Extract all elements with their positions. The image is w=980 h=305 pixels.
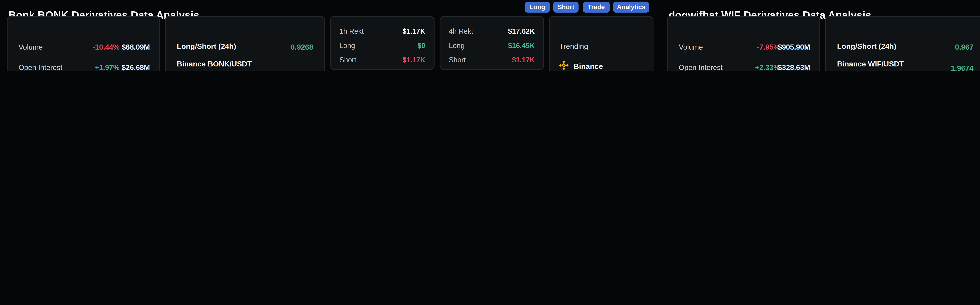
- ratio-row: Binance WIF/USDT Long/Short Ratio(Accoun…: [837, 60, 974, 71]
- stat-value: $905.90M: [778, 43, 810, 51]
- trending-item-binance[interactable]: Binance: [559, 60, 603, 71]
- rekt-short-value: $1.17K: [402, 56, 425, 64]
- rekt-long-label: Long: [449, 41, 465, 50]
- stat-change: -7.95%: [757, 43, 780, 51]
- ratio-sub: Long/Short Ratio(Accounts): [177, 70, 313, 71]
- binance-icon: [559, 62, 568, 71]
- trending-item-label: Binance: [573, 62, 603, 70]
- rekt-short-label: Short: [449, 56, 466, 64]
- rekt-total: $1.17K: [402, 27, 425, 35]
- rekt-label: 1h Rekt: [339, 27, 364, 35]
- stat-row-volume: Volume -10.44% $68.09M: [19, 43, 150, 52]
- app-stage: Bonk BONK Derivatives Data Analysis Long…: [0, 0, 980, 71]
- rekt-short-value: $1.17K: [512, 56, 535, 64]
- rekt-card-4h: 4h Rekt$17.62K Long$16.45K Short$1.17K: [440, 16, 544, 70]
- trending-card: Trending Binance OKX BYBIT Bybit: [549, 16, 653, 71]
- stat-row-open-interest: Open Interest +2.33% $328.63M: [679, 63, 810, 71]
- ratio-title: Long/Short (24h): [837, 42, 974, 51]
- rekt-short-label: Short: [339, 56, 356, 64]
- ratio-value: 0.9268: [291, 43, 313, 51]
- header-actions: Long Short Trade Analytics: [660, 1, 980, 13]
- trending-title: Trending: [559, 42, 588, 51]
- stat-row-volume: Volume -7.95% $905.90M: [679, 43, 810, 52]
- long-short-card: Long/Short (24h) 0.967 Binance WIF/USDT …: [826, 16, 980, 71]
- stat-change: +2.33%: [755, 63, 780, 71]
- rekt-card-1h: 1h Rekt$1.17K Long$0 Short$1.17K: [330, 16, 434, 70]
- stats-card: Volume -7.95% $905.90M Open Interest +2.…: [667, 16, 820, 71]
- derivatives-panel: dogwifhat WIF Derivatives Data Analysis …: [660, 0, 980, 71]
- ratio-title: Binance BONK/USDT: [177, 60, 313, 68]
- long-button[interactable]: Long: [525, 2, 550, 13]
- ratio-value: 1.9674: [951, 64, 974, 71]
- ratio-value: 0.967: [955, 43, 974, 51]
- stat-value: $26.68M: [122, 63, 150, 71]
- rekt-long-label: Long: [339, 41, 355, 50]
- rekt-label: 4h Rekt: [449, 27, 473, 35]
- stat-change: -10.44%: [93, 43, 120, 51]
- stat-row-open-interest: Open Interest +1.97% $26.68M: [19, 63, 150, 71]
- stat-label: Open Interest: [19, 63, 62, 71]
- ratio-row: Long/Short (24h) 0.967: [837, 42, 974, 52]
- stats-card: Volume -10.44% $68.09M Open Interest +1.…: [7, 16, 160, 71]
- rekt-long-value: $0: [417, 41, 425, 50]
- stat-change: +1.97%: [95, 63, 119, 71]
- derivatives-panel: Bonk BONK Derivatives Data Analysis Long…: [0, 0, 660, 71]
- stat-value: $328.63M: [778, 63, 810, 71]
- header-actions: Long Short Trade Analytics: [0, 1, 660, 13]
- rekt-total: $17.62K: [508, 27, 535, 35]
- analytics-button[interactable]: Analytics: [613, 2, 649, 13]
- rekt-long-value: $16.45K: [508, 41, 535, 50]
- stat-label: Open Interest: [679, 63, 723, 71]
- long-short-card: Long/Short (24h) 0.9268 Binance BONK/USD…: [165, 16, 325, 71]
- stat-value: $68.09M: [122, 43, 150, 51]
- trade-button[interactable]: Trade: [583, 2, 609, 13]
- stat-label: Volume: [19, 43, 43, 51]
- short-button[interactable]: Short: [553, 2, 579, 13]
- ratio-row: Binance BONK/USDT Long/Short Ratio(Accou…: [177, 60, 313, 71]
- ratio-row: Long/Short (24h) 0.9268: [177, 42, 313, 52]
- stat-label: Volume: [679, 43, 703, 51]
